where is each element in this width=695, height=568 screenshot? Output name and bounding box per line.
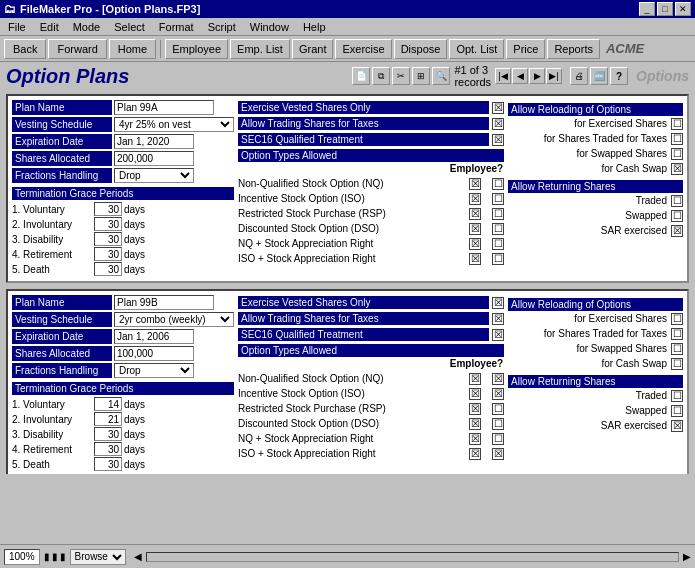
menu-script[interactable]: Script (202, 20, 242, 34)
opt-isosar-cb-2[interactable] (469, 448, 481, 460)
nav-first[interactable]: |◀ (495, 68, 511, 84)
plan-name-value-2[interactable]: Plan 99B (114, 295, 214, 310)
grace2-5-val[interactable]: 30 (94, 457, 122, 471)
spell-button[interactable]: 🔤 (590, 67, 608, 85)
records-scroll[interactable]: Plan Name Plan 99A Vesting Schedule 4yr … (6, 94, 689, 474)
vesting-select-2[interactable]: 2yr combo (weekly) (114, 312, 234, 327)
scroll-right-btn[interactable]: ▶ (683, 551, 691, 562)
grace2-4-val[interactable]: 30 (94, 442, 122, 456)
shares-value-2[interactable]: 100,000 (114, 346, 194, 361)
opt-iso-cb-1[interactable] (469, 193, 481, 205)
fractions-select-1[interactable]: Drop (114, 168, 194, 183)
opt-rsp-cb-2[interactable] (469, 403, 481, 415)
opt-rsp-emp-1[interactable] (492, 208, 504, 220)
opt-isosar-emp-2[interactable] (492, 448, 504, 460)
forward-button[interactable]: Forward (48, 39, 106, 59)
for-swapped-cb-1[interactable] (671, 148, 683, 160)
opt-isosar-cb-1[interactable] (469, 253, 481, 265)
grace2-3-val[interactable]: 30 (94, 427, 122, 441)
allow-trading-cb-2[interactable] (492, 313, 504, 325)
opt-rsp-emp-2[interactable] (492, 403, 504, 415)
opt-dso-cb-1[interactable] (469, 223, 481, 235)
vesting-select-1[interactable]: 4yr 25% on vest (114, 117, 234, 132)
mode-select[interactable]: Browse Find Layout (70, 549, 126, 565)
sort-button[interactable]: ⊞ (412, 67, 430, 85)
menu-format[interactable]: Format (153, 20, 200, 34)
tab-dispose[interactable]: Dispose (394, 39, 448, 59)
tab-price[interactable]: Price (506, 39, 545, 59)
exercise-vested-cb-2[interactable] (492, 297, 504, 309)
opt-dso-emp-1[interactable] (492, 223, 504, 235)
returning-traded-cb-2[interactable] (671, 390, 683, 402)
new-record-button[interactable]: 📄 (352, 67, 370, 85)
help-button[interactable]: ? (610, 67, 628, 85)
maximize-button[interactable]: □ (657, 2, 673, 16)
find-button[interactable]: 🔍 (432, 67, 450, 85)
opt-iso-emp-1[interactable] (492, 193, 504, 205)
opt-nqsar-emp-1[interactable] (492, 238, 504, 250)
opt-dso-emp-2[interactable] (492, 418, 504, 430)
nav-next[interactable]: ▶ (529, 68, 545, 84)
opt-nq-cb-2[interactable] (469, 373, 481, 385)
for-traded-taxes-cb-1[interactable] (671, 133, 683, 145)
nav-prev[interactable]: ◀ (512, 68, 528, 84)
menu-select[interactable]: Select (108, 20, 151, 34)
tab-reports[interactable]: Reports (547, 39, 600, 59)
opt-nq-emp-1[interactable] (492, 178, 504, 190)
menu-edit[interactable]: Edit (34, 20, 65, 34)
exercise-vested-cb-1[interactable] (492, 102, 504, 114)
tab-employee[interactable]: Employee (165, 39, 228, 59)
back-button[interactable]: Back (4, 39, 46, 59)
print-button[interactable]: 🖨 (570, 67, 588, 85)
menu-window[interactable]: Window (244, 20, 295, 34)
duplicate-button[interactable]: ⧉ (372, 67, 390, 85)
returning-swapped-cb-2[interactable] (671, 405, 683, 417)
delete-button[interactable]: ✂ (392, 67, 410, 85)
opt-nq-cb-1[interactable] (469, 178, 481, 190)
opt-nqsar-cb-2[interactable] (469, 433, 481, 445)
returning-sar-cb-1[interactable] (671, 225, 683, 237)
opt-rsp-cb-1[interactable] (469, 208, 481, 220)
returning-sar-cb-2[interactable] (671, 420, 683, 432)
for-cashswap-cb-1[interactable] (671, 163, 683, 175)
plan-name-value-1[interactable]: Plan 99A (114, 100, 214, 115)
exp-date-value-1[interactable]: Jan 1, 2020 (114, 134, 194, 149)
opt-iso-cb-2[interactable] (469, 388, 481, 400)
grace-1-val[interactable]: 30 (94, 202, 122, 216)
scroll-left-btn[interactable]: ◀ (134, 551, 142, 562)
returning-traded-cb-1[interactable] (671, 195, 683, 207)
opt-isosar-emp-1[interactable] (492, 253, 504, 265)
tab-emp-list[interactable]: Emp. List (230, 39, 290, 59)
grace-4-val[interactable]: 30 (94, 247, 122, 261)
tab-exercise[interactable]: Exercise (335, 39, 391, 59)
opt-nq-emp-2[interactable] (492, 373, 504, 385)
opt-nqsar-cb-1[interactable] (469, 238, 481, 250)
minimize-button[interactable]: _ (639, 2, 655, 16)
menu-file[interactable]: File (2, 20, 32, 34)
for-swapped-cb-2[interactable] (671, 343, 683, 355)
tab-grant[interactable]: Grant (292, 39, 334, 59)
exp-date-value-2[interactable]: Jan 1, 2006 (114, 329, 194, 344)
tab-opt-list[interactable]: Opt. List (449, 39, 504, 59)
for-exercised-cb-1[interactable] (671, 118, 683, 130)
nav-last[interactable]: ▶| (546, 68, 562, 84)
opt-dso-cb-2[interactable] (469, 418, 481, 430)
for-traded-taxes-cb-2[interactable] (671, 328, 683, 340)
allow-trading-cb-1[interactable] (492, 118, 504, 130)
grace-3-val[interactable]: 30 (94, 232, 122, 246)
opt-nqsar-emp-2[interactable] (492, 433, 504, 445)
close-button[interactable]: ✕ (675, 2, 691, 16)
grace-5-val[interactable]: 30 (94, 262, 122, 276)
for-exercised-cb-2[interactable] (671, 313, 683, 325)
grace2-2-val[interactable]: 21 (94, 412, 122, 426)
for-cashswap-cb-2[interactable] (671, 358, 683, 370)
opt-iso-emp-2[interactable] (492, 388, 504, 400)
menu-help[interactable]: Help (297, 20, 332, 34)
returning-swapped-cb-1[interactable] (671, 210, 683, 222)
sec16-cb-1[interactable] (492, 134, 504, 146)
sec16-cb-2[interactable] (492, 329, 504, 341)
shares-value-1[interactable]: 200,000 (114, 151, 194, 166)
fractions-select-2[interactable]: Drop (114, 363, 194, 378)
grace2-1-val[interactable]: 14 (94, 397, 122, 411)
grace-2-val[interactable]: 30 (94, 217, 122, 231)
